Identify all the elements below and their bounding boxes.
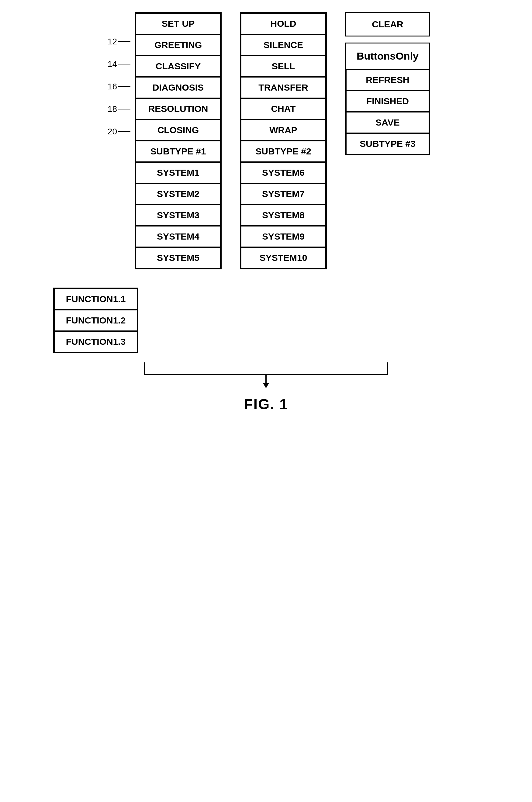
bottom-col: FUNCTION1.1 FUNCTION1.2 FUNCTION1.3: [53, 288, 138, 353]
chat-button[interactable]: CHAT: [241, 98, 326, 119]
system8-button[interactable]: SYSTEM8: [241, 205, 326, 226]
system3-button[interactable]: SYSTEM3: [136, 205, 221, 226]
system5-button[interactable]: SYSTEM5: [136, 247, 221, 268]
save-button[interactable]: SAVE: [346, 112, 429, 133]
subtype1-button[interactable]: SUBTYPE #1: [136, 141, 221, 162]
label-12-dash: [118, 41, 130, 42]
col2-box: HOLD SILENCE SELL TRANSFER CHAT WRAP SUB…: [240, 12, 327, 269]
label-20: 20: [102, 127, 117, 136]
greeting-button[interactable]: GREETING: [136, 34, 221, 56]
col1-box: SET UP GREETING CLASSIFY DIAGNOSIS RESOL…: [135, 12, 222, 269]
label-18-dash: [118, 109, 130, 110]
top-section: 12 14 16 18: [102, 12, 430, 269]
label-12-row: 12: [102, 31, 132, 53]
bottom-section: FUNCTION1.1 FUNCTION1.2 FUNCTION1.3: [53, 288, 479, 353]
col1-with-labels: 12 14 16 18: [102, 12, 222, 269]
diagnosis-button[interactable]: DIAGNOSIS: [136, 77, 221, 98]
label-14-dash: [118, 64, 130, 64]
label-16-row: 16: [102, 75, 132, 98]
side-labels: 12 14 16 18: [102, 12, 132, 143]
system9-button[interactable]: SYSTEM9: [241, 226, 326, 247]
silence-button[interactable]: SILENCE: [241, 34, 326, 56]
hold-button[interactable]: HOLD: [241, 13, 326, 34]
label-18: 18: [102, 104, 117, 114]
clear-button[interactable]: CLEAR: [345, 12, 430, 37]
buttons-only-button[interactable]: ButtonsOnly: [346, 43, 429, 69]
col3-container: CLEAR ButtonsOnly REFRESH FINISHED SAVE …: [345, 12, 430, 155]
sell-button[interactable]: SELL: [241, 56, 326, 77]
subtype2-button[interactable]: SUBTYPE #2: [241, 141, 326, 162]
refresh-button[interactable]: REFRESH: [346, 69, 429, 91]
system4-button[interactable]: SYSTEM4: [136, 226, 221, 247]
svg-marker-1: [263, 383, 269, 388]
label-16: 16: [102, 82, 117, 92]
system2-button[interactable]: SYSTEM2: [136, 183, 221, 205]
brace-svg: [129, 359, 403, 390]
brace-section: [53, 359, 479, 390]
label-18-row: 18: [102, 98, 132, 120]
label-20-row: 20: [102, 120, 132, 143]
label-14: 14: [102, 59, 117, 69]
label-16-dash: [118, 87, 130, 87]
figure-label: FIG. 1: [244, 396, 288, 413]
system10-button[interactable]: SYSTEM10: [241, 247, 326, 268]
subtype3-button[interactable]: SUBTYPE #3: [346, 133, 429, 154]
function13-button[interactable]: FUNCTION1.3: [54, 331, 137, 352]
system6-button[interactable]: SYSTEM6: [241, 162, 326, 183]
setup-button[interactable]: SET UP: [136, 13, 221, 34]
system1-button[interactable]: SYSTEM1: [136, 162, 221, 183]
wrap-button[interactable]: WRAP: [241, 119, 326, 141]
closing-button[interactable]: CLOSING: [136, 119, 221, 141]
function12-button[interactable]: FUNCTION1.2: [54, 310, 137, 331]
label-12: 12: [102, 37, 117, 46]
transfer-button[interactable]: TRANSFER: [241, 77, 326, 98]
resolution-button[interactable]: RESOLUTION: [136, 98, 221, 119]
system7-button[interactable]: SYSTEM7: [241, 183, 326, 205]
label-20-dash: [118, 131, 130, 132]
page-container: 12 14 16 18: [53, 12, 479, 413]
classify-button[interactable]: CLASSIFY: [136, 56, 221, 77]
label-14-row: 14: [102, 53, 132, 75]
finished-button[interactable]: FINISHED: [346, 91, 429, 112]
col3-box: ButtonsOnly REFRESH FINISHED SAVE SUBTYP…: [345, 42, 430, 155]
function11-button[interactable]: FUNCTION1.1: [54, 288, 137, 310]
